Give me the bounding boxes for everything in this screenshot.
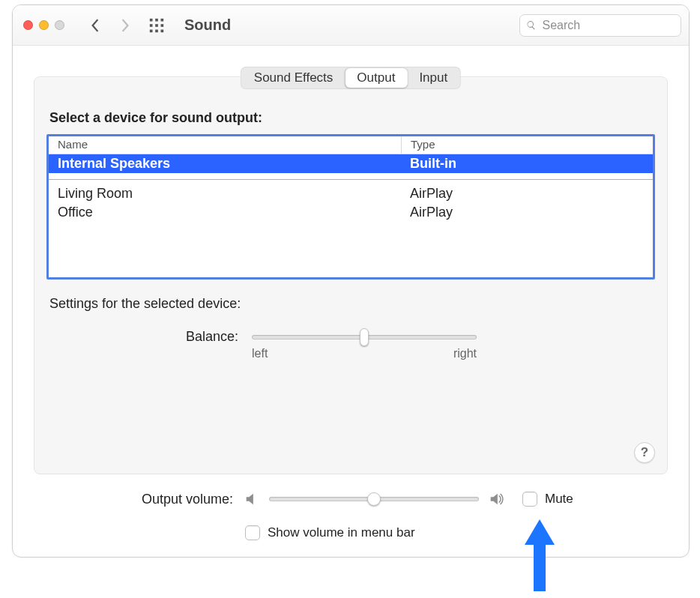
balance-slider-thumb[interactable] (360, 328, 369, 346)
table-row[interactable]: Internal Speakers Built-in (49, 154, 653, 173)
tab-sound-effects[interactable]: Sound Effects (242, 68, 346, 88)
volume-low-icon (242, 491, 262, 507)
svg-rect-5 (161, 24, 164, 27)
svg-rect-2 (161, 18, 164, 21)
balance-slider[interactable] (252, 335, 477, 339)
volume-high-icon (486, 491, 506, 507)
svg-rect-8 (161, 29, 164, 32)
output-volume-slider[interactable] (269, 497, 479, 501)
show-in-menubar-row: Show volume in menu bar (13, 525, 689, 540)
back-button[interactable] (82, 14, 108, 37)
column-name[interactable]: Name (49, 136, 401, 154)
table-row[interactable]: Living Room AirPlay (49, 184, 653, 203)
svg-rect-0 (150, 18, 153, 21)
search-field[interactable] (519, 14, 681, 37)
close-window-button[interactable] (23, 20, 33, 30)
column-type[interactable]: Type (401, 136, 653, 154)
select-output-device-label: Select a device for sound output: (49, 110, 262, 126)
tab-output[interactable]: Output (345, 68, 407, 88)
table-header: Name Type (49, 136, 653, 154)
titlebar: Sound (13, 5, 689, 46)
output-device-table: Name Type Internal Speakers Built-in Liv… (46, 134, 655, 280)
device-type: AirPlay (401, 184, 653, 203)
output-volume-row: Output volume: Mute (13, 491, 689, 507)
settings-for-device-label: Settings for the selected device: (49, 296, 241, 312)
traffic-lights (23, 20, 64, 30)
sound-panel: Sound Effects Output Input Select a devi… (34, 76, 668, 474)
table-row[interactable]: Office AirPlay (49, 203, 653, 222)
output-volume-slider-thumb[interactable] (367, 492, 381, 506)
sound-preferences-window: Sound Sound Effects Output Input Select … (12, 4, 690, 558)
show-in-menubar-label: Show volume in menu bar (268, 525, 415, 540)
chevron-right-icon (120, 19, 130, 32)
balance-left-label: left (252, 347, 268, 360)
mute-label: Mute (545, 492, 573, 507)
grid-icon (148, 17, 165, 34)
device-name: Internal Speakers (49, 154, 401, 173)
balance-control: Balance: left right (34, 329, 667, 360)
balance-right-label: right (453, 347, 477, 360)
table-divider (49, 179, 653, 180)
svg-rect-1 (155, 18, 158, 21)
forward-button[interactable] (112, 14, 138, 37)
chevron-left-icon (90, 19, 100, 32)
svg-rect-7 (155, 29, 158, 32)
device-type: Built-in (401, 154, 653, 173)
search-icon (526, 19, 537, 31)
sound-tabs: Sound Effects Output Input (241, 67, 461, 89)
show-all-prefs-button[interactable] (144, 14, 169, 37)
help-button[interactable]: ? (634, 442, 655, 463)
minimize-window-button[interactable] (39, 20, 49, 30)
device-name: Office (49, 203, 401, 222)
output-volume-label: Output volume: (13, 492, 242, 507)
callout-arrow-icon (525, 519, 555, 591)
tab-input[interactable]: Input (407, 68, 459, 88)
search-input[interactable] (541, 18, 675, 33)
svg-rect-6 (150, 29, 153, 32)
maximize-window-button[interactable] (55, 20, 64, 30)
device-name: Living Room (49, 184, 401, 203)
svg-rect-3 (150, 24, 153, 27)
window-title: Sound (184, 16, 231, 34)
mute-checkbox[interactable] (522, 492, 537, 507)
svg-rect-4 (155, 24, 158, 27)
device-type: AirPlay (401, 203, 653, 222)
balance-label: Balance: (34, 329, 252, 345)
show-in-menubar-checkbox[interactable] (245, 525, 260, 540)
